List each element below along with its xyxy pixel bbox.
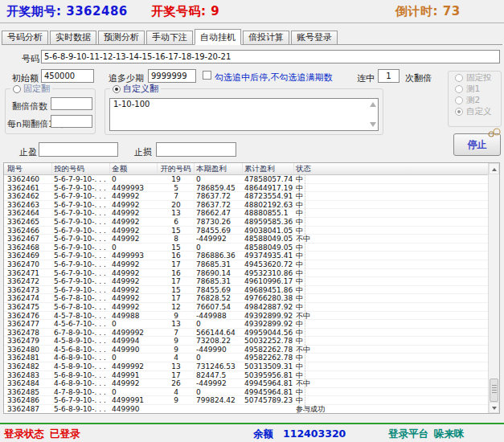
table-row[interactable]: 33624685-6-7-9-10-. . .015048588049.05中 [4, 244, 499, 252]
fixed-fold-option[interactable]: 固定翻 [10, 83, 52, 95]
tab-账号登录[interactable]: 账号登录 [291, 31, 338, 44]
stop-button[interactable]: 停止 [453, 133, 501, 156]
custom-fold-radio[interactable] [113, 85, 121, 93]
table-row[interactable]: 33624675-6-7-9-10-. . .4499928-449992485… [4, 235, 499, 244]
table-row[interactable]: 33624615-6-7-9-10-. . .44999935786859.45… [4, 184, 499, 193]
invest-mode-radio[interactable] [455, 108, 463, 116]
cell-period-profit: 0 [195, 388, 243, 396]
table-row[interactable]: 33624764-5-7-8-10-. . .4499889-449988493… [4, 312, 499, 321]
table-row[interactable]: 33624875-6-8-9-10-. . .449990参与成功 [4, 405, 499, 414]
table-row[interactable]: 33624745-6-7-8-10-. . .4499921776828.524… [4, 294, 499, 303]
scroll-down-icon[interactable] [489, 402, 499, 413]
cell-status: 中 [294, 192, 499, 200]
cell-numbers: 5-6-7-9-10-. . . [52, 175, 110, 183]
cell-numbers: 5-6-7-9-10-. . . [52, 235, 110, 243]
initial-amount-input[interactable] [41, 69, 94, 83]
table-row[interactable]: 33624735-6-7-9-10-. . .4499921578455.694… [4, 286, 499, 295]
invest-mode-option-自定义[interactable]: 自定义 [449, 105, 501, 117]
table-row[interactable]: 33624705-6-7-9-10-. . .4499921778685.314… [4, 260, 499, 269]
table-row[interactable]: 33624835-6-8-9-10-. . .4499911782447.550… [4, 371, 499, 380]
column-header-status[interactable]: 状态 [294, 163, 499, 174]
tab-手动下注[interactable]: 手动下注 [146, 31, 193, 44]
table-row[interactable]: 33624865-6-7-9-10-. . .44999919799824.42… [4, 396, 499, 405]
custom-fold-option[interactable]: 自定义翻 [110, 83, 161, 95]
cell-cumulative-profit: 48802192.63 [243, 201, 294, 209]
invest-mode-radio[interactable] [455, 74, 463, 82]
fold-period-input[interactable] [51, 115, 92, 128]
draw-number-label: 开奖号码: [151, 4, 207, 18]
custom-fold-textarea[interactable]: 1-10-100 [109, 98, 379, 131]
fixed-fold-group: 固定翻 翻倍倍数 每n期翻倍1次 [5, 88, 96, 134]
column-header-amount[interactable]: 金额 [110, 163, 158, 174]
cell-period-profit: 82447.5 [195, 371, 243, 379]
cell-numbers: 4-6-8-9-10-. . . [52, 354, 110, 362]
table-row[interactable]: 33624665-6-7-9-10-. . .4499921578455.694… [4, 227, 499, 235]
cell-numbers: 5-6-7-9-10-. . . [52, 227, 110, 235]
table-scrollbar[interactable] [488, 163, 499, 413]
invest-mode-option-测2[interactable]: 测2 [449, 94, 501, 105]
textarea-scroll-up-icon[interactable] [370, 102, 376, 107]
table-row[interactable]: 33624755-6-7-8-10-. . .4499921276607.544… [4, 303, 499, 312]
column-header-period-profit[interactable]: 本期盈利 [195, 163, 243, 174]
tab-自动挂机[interactable]: 自动挂机 [195, 29, 241, 45]
table-row[interactable]: 33624814-6-8-9-10-. . .04049582262.78中 [4, 354, 499, 362]
cell-numbers: 5-6-7-9-10-. . . [52, 201, 110, 209]
invest-mode-option-测1[interactable]: 测1 [449, 83, 501, 94]
cell-drawn-number: 12 [158, 303, 195, 311]
cell-amount: 449991 [110, 371, 158, 379]
cell-numbers: 4-5-6-7-10-. . . [52, 320, 110, 328]
cell-status: 中 [294, 388, 499, 396]
chase-periods-input[interactable] [148, 69, 196, 83]
column-header-drawn-number[interactable]: 开的号码 [158, 163, 195, 174]
streak-count-input[interactable] [378, 69, 400, 83]
cell-drawn-number: 15 [158, 286, 195, 294]
scrollbar-thumb[interactable] [490, 379, 498, 402]
stop-after-win-checkbox[interactable] [203, 71, 211, 80]
cell-numbers: 5-6-7-8-10-. . . [52, 294, 110, 302]
tab-实时数据[interactable]: 实时数据 [50, 31, 96, 44]
table-row[interactable]: 33624854-7-8-9-10-. . .04049945964.81中 [4, 388, 499, 397]
cell-drawn-number: 15 [158, 244, 195, 252]
cell-numbers: 5-6-7-9-10-. . . [52, 184, 110, 192]
table-row[interactable]: 33624786-7-8-9-10-. . .44999927566144.64… [4, 329, 499, 338]
invest-mode-label: 固定投 [466, 72, 492, 84]
invest-mode-radio[interactable] [455, 85, 463, 93]
cell-amount: 449990 [110, 405, 158, 413]
multiplier-input[interactable] [51, 97, 92, 110]
tab-预测分析[interactable]: 预测分析 [98, 31, 145, 44]
fixed-fold-radio[interactable] [13, 85, 21, 93]
column-header-period[interactable]: 期号 [4, 163, 52, 174]
app-window: 开奖期号: 3362486 开奖号码: 9 倒计时: 73 号码分析实时数据预测… [0, 0, 504, 442]
cell-period: 3362460 [4, 175, 52, 183]
numbers-input[interactable] [41, 50, 500, 63]
textarea-scroll-down-icon[interactable] [370, 122, 376, 127]
column-header-cumulative-profit[interactable]: 累计盈利 [243, 163, 294, 174]
invest-mode-radio[interactable] [455, 96, 463, 104]
table-row[interactable]: 33624715-6-7-9-10-. . .4499921678690.144… [4, 269, 499, 278]
tab-倍投计算[interactable]: 倍投计算 [243, 31, 289, 44]
table-row[interactable]: 33624655-6-7-9-10-. . .449992678730.2648… [4, 218, 499, 227]
invest-mode-option-固定投[interactable]: 固定投 [449, 72, 501, 83]
column-header-numbers[interactable]: 投的号码 [52, 163, 110, 174]
stop-profit-input[interactable] [39, 142, 118, 157]
table-row[interactable]: 33624794-5-8-9-10-. . .449994973208.2250… [4, 337, 499, 346]
cell-cumulative-profit: 48959585.36 [243, 218, 294, 226]
stop-profit-label: 止盈 [19, 146, 37, 158]
scroll-up-icon[interactable] [489, 163, 499, 174]
draw-number-value: 9 [211, 4, 219, 18]
table-row[interactable]: 33624844-6-8-9-10-. . .44999226-44999249… [4, 379, 499, 388]
table-row[interactable]: 33624804-5-6-8-10-. . .4499909-449990495… [4, 346, 499, 354]
table-row[interactable]: 33624695-6-7-9-10-. . .449999316786886.3… [4, 252, 499, 260]
table-row[interactable]: 33624625-6-7-9-10-. . .449992778637.7248… [4, 192, 499, 201]
login-status-label: 登录状态 [4, 428, 44, 441]
tab-号码分析[interactable]: 号码分析 [2, 31, 48, 44]
cell-amount: 449992 [110, 294, 158, 302]
table-row[interactable]: 33624645-6-7-9-10-. . .4499921378662.474… [4, 209, 499, 218]
table-row[interactable]: 33624774-5-6-7-10-. . .013049392899.92中 [4, 320, 499, 329]
stop-loss-input[interactable] [156, 142, 236, 157]
cell-numbers: 5-6-7-9-10-. . . [52, 252, 110, 260]
table-row[interactable]: 33624605-6-7-9-10-. . .019047858057.74中 [4, 175, 499, 184]
table-row[interactable]: 33624635-6-7-9-10-. . .4499922078637.724… [4, 201, 499, 210]
table-row[interactable]: 33624824-5-8-9-10-. . .449999213731246.5… [4, 362, 499, 371]
table-row[interactable]: 33624725-6-7-9-10-. . .4499921778685.314… [4, 277, 499, 286]
